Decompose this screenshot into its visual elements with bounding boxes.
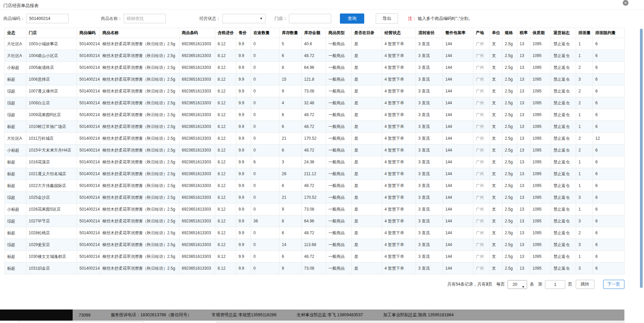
cell-stock-amount: 48.72 <box>302 121 326 133</box>
product-name-input[interactable] <box>124 14 166 23</box>
table-row[interactable]: 标超 1016花溪店 501400214 柳丝木舒柔花萃润唇膏（秋日桂语）2.5… <box>5 156 625 168</box>
per-page-select[interactable]: 20 ▼ <box>507 280 527 289</box>
cell-sale-price: 9.9 <box>236 109 251 121</box>
cell-shelf-life: 1095 <box>530 74 551 85</box>
cell-pack-rate: 144 <box>443 156 473 168</box>
cell-flow-route: 3 直流 <box>416 263 443 274</box>
cell-product-code: 501400214 <box>77 133 100 144</box>
cell-pack-rate: 144 <box>443 50 473 62</box>
table-row[interactable]: 标超 1028松桃店 501400214 柳丝木舒柔花萃润唇膏（秋日桂语）2.5… <box>5 227 625 239</box>
cell-pack-rate: 144 <box>443 144 473 156</box>
page-suffix: 页 <box>568 281 572 287</box>
cell-in-catalog: 是 <box>352 62 382 74</box>
table-row[interactable]: 标超 1031织金店 501400214 柳丝木舒柔花萃润唇膏（秋日桂语）2.5… <box>5 263 625 274</box>
cell-return-flag: 禁止返仓 <box>551 97 576 109</box>
cell-stock-amount: 64.96 <box>302 215 326 227</box>
table-row[interactable]: 大社区A 1003小城故事店 501400214 柳丝木舒柔花萃润唇膏（秋日桂语… <box>5 38 625 50</box>
cell-price-with-tax: 8.12 <box>215 85 236 97</box>
cell-price-with-tax: 8.12 <box>215 62 236 74</box>
close-button[interactable]: ✕ <box>623 0 628 6</box>
cell-return-flag: 禁止返仓 <box>551 85 576 97</box>
cell-tax-rate: 13 <box>517 144 530 156</box>
product-code-label: 商品编码： <box>3 16 25 22</box>
cell-return-flag: 禁止返仓 <box>551 239 576 251</box>
cell-origin: 广州 <box>473 85 490 97</box>
cell-price-with-tax: 8.12 <box>215 180 236 192</box>
vertical-scrollbar[interactable] <box>640 29 643 288</box>
table-row[interactable]: 大社区A 1004观山小区店 501400214 柳丝木舒柔花萃润唇膏（秋日桂语… <box>5 50 625 62</box>
cell-origin: 广州 <box>473 97 490 109</box>
table-row[interactable]: 小标超 1005南浦路店 501400214 柳丝木舒柔花萃润唇膏（秋日桂语）2… <box>5 62 625 74</box>
table-row[interactable]: 综超 1029瓮安店 501400214 柳丝木舒柔花萃润唇膏（秋日桂语）2.5… <box>5 239 625 251</box>
cell-shelf-life: 1095 <box>530 227 551 239</box>
cell-product-code: 501400214 <box>77 156 100 168</box>
cell-sale-price: 9.9 <box>236 192 251 204</box>
table-row[interactable]: 小标超 1026花果园S区店 501400214 柳丝木舒柔花萃润唇膏（秋日桂语… <box>5 204 625 215</box>
cell-origin: 广州 <box>473 239 490 251</box>
table-row[interactable]: 标超 1030修文文城逸都店 501400214 柳丝木舒柔花萃润唇膏（秋日桂语… <box>5 251 625 263</box>
cell-barcode: 6923651613303 <box>179 263 215 274</box>
table-row[interactable]: 综超 1027毕节店 501400214 柳丝木舒柔花萃润唇膏（秋日桂语）2.5… <box>5 215 625 227</box>
table-row[interactable]: 综超 1009花果园R区店 501400214 柳丝木舒柔花萃润唇膏（秋日桂语）… <box>5 109 625 121</box>
cell-origin: 广州 <box>473 227 490 239</box>
cell-spec: 2.5g <box>502 192 517 204</box>
cell-return-flag: 禁止返仓 <box>551 263 576 274</box>
cell-in-transit-qty: 0 <box>251 74 279 85</box>
status-select[interactable]: ▼ <box>222 14 266 23</box>
cell-in-catalog: 是 <box>352 74 382 85</box>
cell-product-name: 柳丝木舒柔花萃润唇膏（秋日桂语）2.5g <box>100 62 179 74</box>
cell-origin: 广州 <box>473 38 490 50</box>
table-row[interactable]: 标超 1021遵义大恒名城店 501400214 柳丝木舒柔花萃润唇膏（秋日桂语… <box>5 168 625 180</box>
cell-store: 1006息烽店 <box>26 74 77 85</box>
cell-store: 1031织金店 <box>26 263 77 274</box>
cell-facing-qty: 1 <box>576 50 593 62</box>
cell-unit: 支 <box>490 239 502 251</box>
cell-pack-rate: 144 <box>443 109 473 121</box>
export-button[interactable]: 导出 <box>376 14 398 24</box>
search-button[interactable]: 查询 <box>340 14 364 24</box>
cell-unit: 支 <box>490 156 502 168</box>
cell-origin: 广州 <box>473 251 490 263</box>
cell-stock-amount: 24.36 <box>302 156 326 168</box>
cell-operation-status: 4 暂禁下单 <box>382 180 416 192</box>
table-row[interactable]: 大社区A 1011万科城店 501400214 柳丝木舒柔花萃润唇膏（秋日桂语）… <box>5 133 625 144</box>
scrollbar-thumb[interactable] <box>640 29 643 288</box>
store-label: 门店： <box>275 16 288 22</box>
cell-store: 1027毕节店 <box>26 215 77 227</box>
cell-pack-rate: 144 <box>443 227 473 239</box>
table-row[interactable]: 综超 1007遵义播州店 501400214 柳丝木舒柔花萃润唇膏（秋日桂语）2… <box>5 85 625 97</box>
column-header: 门店 <box>26 28 77 38</box>
cell-barcode: 6923651613303 <box>179 239 215 251</box>
table-row[interactable]: 综超 1025金沙店 501400214 柳丝木舒柔花萃润唇膏（秋日桂语）2.5… <box>5 192 625 204</box>
page-number-input[interactable] <box>545 280 565 289</box>
cell-shelf-life: 1095 <box>530 109 551 121</box>
jump-button[interactable]: 跳转 <box>576 280 594 289</box>
store-input[interactable] <box>289 14 331 23</box>
cell-in-catalog: 是 <box>352 133 382 144</box>
cell-facing-qty: 3 <box>576 192 593 204</box>
table-row[interactable]: 标超 1006息烽店 501400214 柳丝木舒柔花萃润唇膏（秋日桂语）2.5… <box>5 74 625 85</box>
cell-display-qty: 6 <box>593 121 625 133</box>
column-header: 在途数量 <box>251 28 279 38</box>
table-row[interactable]: 综超 1008白云店 501400214 柳丝木舒柔花萃润唇膏（秋日桂语）2.5… <box>5 97 625 109</box>
product-code-input[interactable] <box>26 14 69 23</box>
next-page-button[interactable]: 下一页 <box>603 280 625 289</box>
cell-stock-amount: 48.72 <box>302 227 326 239</box>
cell-flow-route: 3 直流 <box>416 109 443 121</box>
cell-display-qty: 6 <box>593 215 625 227</box>
cell-barcode: 6923651613303 <box>179 133 215 144</box>
cell-operation-status: 4 暂禁下单 <box>382 168 416 180</box>
table-row[interactable]: 标超 1010榕江常驰广场店 501400214 柳丝木舒柔花萃润唇膏（秋日桂语… <box>5 121 625 133</box>
record-summary: 共有54条记录，共有3页 <box>447 281 492 287</box>
cell-price-with-tax: 8.12 <box>215 74 236 85</box>
cell-product-code: 501400214 <box>77 121 100 133</box>
cell-business-type: 标超 <box>5 251 26 263</box>
cell-stock-qty: 6 <box>279 180 302 192</box>
table-row[interactable]: 小标超 1015中天未来方舟H4店 501400214 柳丝木舒柔花萃润唇膏（秋… <box>5 144 625 156</box>
pagination-bar: 共有54条记录，共有3页 每页 20 ▼ 条 第 页 跳转 下一页 <box>4 280 624 289</box>
table-row[interactable]: 标超 1022大方佳鑫国际店 501400214 柳丝木舒柔花萃润唇膏（秋日桂语… <box>5 180 625 192</box>
cell-tax-rate: 13 <box>517 227 530 239</box>
cell-business-type: 综超 <box>5 109 26 121</box>
cell-product-code: 501400214 <box>77 192 100 204</box>
cell-in-catalog: 是 <box>352 121 382 133</box>
